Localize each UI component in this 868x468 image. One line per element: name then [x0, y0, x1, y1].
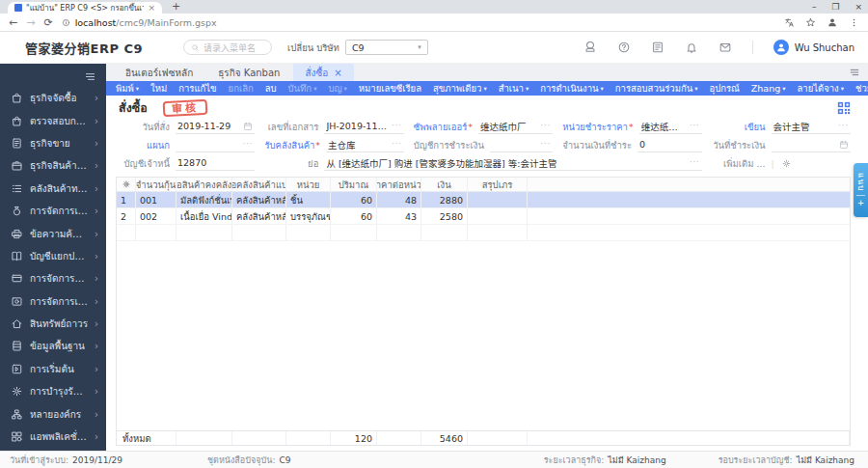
field-input[interactable]: 12870 [176, 156, 255, 171]
sidebar-item-11[interactable]: ข้อมูลพื้นฐาน› [0, 335, 106, 357]
toolbar-button-9[interactable]: สำเนา▾ [499, 81, 529, 96]
more-options-button[interactable]: | [772, 158, 792, 169]
company-select[interactable]: C9 ▾ [345, 40, 428, 55]
forward-button[interactable]: → [26, 16, 35, 29]
sidebar-item-8[interactable]: การจัดการแคชเชียร์› [0, 267, 106, 289]
workspace-tabstrip: อินเตอร์เฟซหลักธุรกิจ Kanbanสั่งซื้อ× [106, 64, 868, 81]
toolbar-button-14[interactable]: ลายได้จาง▾ [798, 81, 844, 96]
field-input[interactable] [772, 138, 851, 152]
tab-close-icon[interactable]: × [148, 3, 155, 13]
sidebar-item-6[interactable]: ข้อความค้นหาอื่น ๆ› [0, 222, 106, 244]
window-minimize-button[interactable]: – [812, 2, 817, 12]
toolbar-button-15[interactable]: ช่วยเหลือ [855, 81, 868, 96]
toolbar-button-2[interactable]: การแก้ไข [178, 81, 216, 96]
table-row[interactable]: 2002เนื้อเยื่อ Vindaคลังสินค้าหลักบรรจุภ… [117, 208, 850, 225]
field-input[interactable]: 会计主管··· [772, 120, 851, 134]
toolbar-button-1[interactable]: ใหม่ [150, 81, 167, 96]
lookup-ellipsis-icon[interactable]: ··· [541, 140, 552, 149]
field-settings-gear-icon[interactable] [781, 158, 792, 169]
calendar-icon[interactable] [839, 140, 849, 150]
lookup-ellipsis-icon[interactable]: ··· [838, 122, 849, 130]
table-empty-row[interactable] [117, 225, 850, 241]
toolbar-button-0[interactable]: พิมพ์▾ [116, 81, 139, 96]
workspace-tab-0[interactable]: อินเตอร์เฟซหลัก [114, 64, 204, 82]
field-label-link[interactable]: แผนก [116, 138, 170, 152]
translate-icon[interactable] [784, 17, 795, 28]
sidebar-item-5[interactable]: การจัดการเงิน› [0, 200, 106, 222]
back-button[interactable]: ← [9, 16, 17, 29]
field-input[interactable]: 维达纸巾厂··· [639, 120, 702, 134]
toolbar-button-5[interactable]: บันทึก▾ [288, 81, 317, 96]
field-input[interactable]: 0 [637, 138, 702, 152]
lookup-ellipsis-icon[interactable]: ··· [690, 158, 700, 167]
field-input[interactable]: 2019-11-29 [176, 120, 255, 134]
toolbar-button-10[interactable]: การดำเนินงาน▾ [540, 81, 604, 96]
url-field[interactable]: localhost/cmc9/MainForm.gspx [62, 17, 775, 28]
window-close-button[interactable]: × [854, 2, 862, 12]
stamp-icon[interactable] [583, 41, 597, 54]
field-label-link[interactable]: รับคลังสินค้า* [264, 138, 320, 152]
toolbar-button-7[interactable]: หมายเลขซีเรียล [359, 81, 421, 96]
workspace-tab-2[interactable]: สั่งซื้อ× [293, 64, 353, 82]
sidebar-item-3[interactable]: ธุรกิจสินค้าคงคลัง› [0, 154, 106, 177]
site-info-icon[interactable] [62, 18, 70, 27]
qr-code-icon[interactable] [837, 101, 851, 115]
toolbar-button-11[interactable]: การสอบสวนร่วมกัน▾ [615, 81, 698, 96]
form-edit-icon[interactable] [651, 41, 665, 54]
lookup-ellipsis-icon[interactable]: ··· [392, 122, 402, 130]
lookup-ellipsis-icon[interactable]: ··· [392, 140, 402, 149]
lookup-ellipsis-icon[interactable]: ··· [690, 122, 700, 130]
mail-icon[interactable] [719, 41, 732, 54]
sidebar-item-4[interactable]: คลังสินค้าทางกายภาพ› [0, 178, 106, 200]
toolbar-button-3[interactable]: ยกเลิก [229, 81, 254, 96]
field-input[interactable]: JH-2019-11-29-00004··· [324, 120, 403, 134]
sidebar-item-12[interactable]: การเริ่มต้น› [0, 358, 106, 380]
search-input[interactable]: 请录入菜单名 [183, 40, 272, 55]
field-input[interactable]: 维达纸巾厂··· [478, 120, 553, 134]
toolbar-button-label: ยกเลิก [229, 81, 254, 96]
table-row[interactable]: 1001มัลติฟังก์ชั่นเพ...คลังสินค้าหลักชิ้… [117, 192, 850, 208]
sidebar-item-2[interactable]: ธุรกิจขาย› [0, 132, 106, 154]
tab-list-menu-icon[interactable] [849, 67, 860, 78]
field-input[interactable]: ··· [490, 138, 553, 152]
browser-profile-icon[interactable] [827, 16, 838, 28]
help-icon[interactable] [617, 41, 631, 54]
new-tab-button[interactable]: + [172, 0, 180, 14]
field-label-link[interactable]: เขียน [712, 120, 766, 134]
toolbar-button-4[interactable]: ลบ [265, 81, 277, 96]
calendar-icon[interactable] [243, 122, 253, 131]
toolbar-button-12[interactable]: อุปกรณ์ [709, 81, 739, 96]
reload-button[interactable]: ⟳ [43, 16, 52, 29]
sidebar-item-7[interactable]: บัญชีแยกประเภททั่วไป› [0, 245, 106, 267]
sidebar-item-10[interactable]: สินทรัพย์ถาวร› [0, 313, 106, 335]
field-input[interactable]: 从 [维达纸巾厂] 购进 [管家婆多功能加湿器] 等:会计主管··· [324, 156, 701, 171]
toolbar-button-13[interactable]: Zhang▾ [751, 83, 786, 94]
browser-tab[interactable]: "แม่บ้าน" ERP C9 <S> กรอกขึ้นเวอ × [8, 2, 162, 14]
toolbar-button-8[interactable]: สุขภาพเดียว▾ [433, 81, 487, 96]
bookmark-star-icon[interactable] [805, 17, 816, 28]
column-settings-cell[interactable] [117, 178, 136, 191]
side-panel-tab[interactable]: แนบ + [854, 163, 868, 217]
lookup-ellipsis-icon[interactable]: ··· [541, 122, 552, 130]
sidebar-collapse-icon[interactable] [74, 69, 106, 87]
user-menu[interactable]: Wu Shuchan [773, 40, 854, 55]
sidebar-item-14[interactable]: หลายองค์กร› [0, 402, 106, 425]
column-settings-gear-icon[interactable] [122, 179, 131, 189]
workspace-tab-1[interactable]: ธุรกิจ Kanban [206, 64, 291, 82]
tab-close-icon[interactable]: × [334, 68, 341, 78]
notifications-bell-icon[interactable] [685, 41, 698, 54]
field-input[interactable]: 主仓库··· [326, 138, 404, 152]
sidebar-item-9[interactable]: การจัดการเงินเดือน› [0, 290, 106, 313]
window-maximize-button[interactable]: ❐ [831, 2, 839, 12]
sidebar-item-13[interactable]: การบำรุงรักษาระบบ› [0, 380, 106, 402]
sidebar-item-15[interactable]: แอพพลิเคชั่นเซ็นเตอร์› [0, 426, 106, 448]
sidebar-item-0[interactable]: ธุรกิจจัดซื้อ› [0, 87, 106, 109]
empty-cell [286, 225, 331, 240]
sidebar-item-1[interactable]: ตรวจสอบการสั่งซื้อ› [0, 109, 106, 131]
field-label-link[interactable]: หน่วยชำระราคา* [562, 120, 634, 134]
lookup-ellipsis-icon[interactable]: ··· [243, 140, 254, 149]
field-input[interactable]: ··· [176, 138, 255, 152]
toolbar-button-6[interactable]: บญ▾ [328, 81, 346, 96]
browser-menu-icon[interactable] [849, 17, 859, 28]
field-label-link[interactable]: ซัพพลายเออร์* [414, 120, 473, 134]
